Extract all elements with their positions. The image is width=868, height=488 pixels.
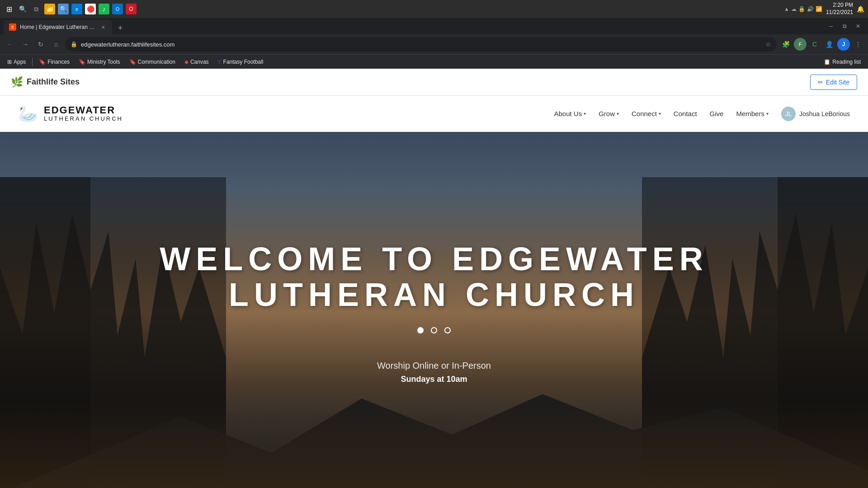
hero-time-text: Sundays at 10am (160, 375, 708, 384)
user-avatar: JL (781, 107, 796, 121)
edge-icon[interactable]: e (71, 4, 82, 14)
bookmark-finances-label: Finances (47, 59, 70, 65)
bookmark-star-icon[interactable]: ☆ (765, 41, 771, 48)
hero-title: WELCOME TO EDGEWATER LUTHERAN CHURCH (160, 241, 708, 313)
hero-content: WELCOME TO EDGEWATER LUTHERAN CHURCH Wor… (160, 241, 708, 384)
faithlife-logo: 🌿 Faithlife Sites (11, 76, 80, 88)
hero-title-line1: WELCOME TO EDGEWATER (160, 241, 708, 277)
bookmark-ministry-tools[interactable]: 🔖 Ministry Tools (75, 57, 123, 66)
faithlife-ext-icon[interactable]: F (794, 38, 807, 51)
active-tab[interactable]: E Home | Edgewater Lutheran Chu... ✕ (4, 20, 112, 34)
opera-icon[interactable]: O (126, 4, 137, 14)
bookmark-fantasy-football[interactable]: Y Fantasy Football (214, 57, 267, 66)
edit-site-button[interactable]: ✏ Edit Site (810, 75, 857, 90)
profile-button[interactable]: J (837, 38, 850, 51)
user-profile-nav[interactable]: JL Joshua LeBorious (781, 107, 850, 121)
window-minimize[interactable]: ─ (825, 20, 837, 33)
members-dropdown-arrow-icon: ▾ (766, 111, 769, 116)
user-ext-icon[interactable]: 👤 (823, 38, 835, 51)
taskbar-left: ⊞ 🔍 ⧉ 📁 🔍 e 🔴 ♪ O O (4, 4, 137, 14)
window-close[interactable]: ✕ (852, 20, 864, 33)
reading-list-label: Reading list (832, 59, 861, 65)
back-button[interactable]: ← (4, 38, 16, 51)
file-explorer-icon[interactable]: 📁 (44, 4, 55, 14)
bookmark-fantasy-label: Fantasy Football (223, 59, 264, 65)
hero-bottom-overlay (0, 403, 868, 488)
tray-icon-2: ☁ (791, 6, 797, 12)
tray-icon-4: 🔊 (807, 6, 814, 12)
church-logo: 🦢 EDGEWATER LUTHERAN CHURCH (18, 104, 123, 123)
tab-spacer (127, 18, 825, 34)
church-name-line1: EDGEWATER (44, 105, 123, 115)
carousel-dot-2[interactable] (431, 327, 437, 333)
date-display: 11/22/2021 (826, 9, 853, 16)
extensions-icon[interactable]: 🧩 (779, 38, 792, 51)
forward-button[interactable]: → (19, 38, 32, 51)
windows-icon[interactable]: ⊞ (4, 4, 14, 14)
tray-icon-3: 🔒 (798, 6, 805, 12)
nav-contact[interactable]: Contact (674, 110, 697, 117)
chrome-icon[interactable]: 🔴 (85, 4, 96, 14)
connect-dropdown-arrow-icon: ▾ (659, 111, 661, 116)
church-logo-icon: 🦢 (18, 104, 38, 123)
nav-members[interactable]: Members ▾ (736, 110, 769, 117)
bookmarks-bar: ⊞ Apps 🔖 Finances 🔖 Ministry Tools 🔖 Com… (0, 54, 868, 69)
window-controls: ─ ⧉ ✕ (825, 20, 864, 34)
nav-connect[interactable]: Connect ▾ (632, 110, 661, 117)
search-app-icon[interactable]: 🔍 (58, 4, 69, 14)
home-button[interactable]: ⌂ (50, 38, 62, 51)
nav-give[interactable]: Give (710, 110, 724, 117)
network-icon: 📶 (816, 6, 822, 12)
reload-button[interactable]: ↻ (34, 38, 47, 51)
faithlife-header: 🌿 Faithlife Sites ✏ Edit Site (0, 69, 868, 96)
nav-contact-label: Contact (674, 110, 697, 117)
nav-members-label: Members (736, 110, 764, 117)
tab-title: Home | Edgewater Lutheran Chu... (20, 24, 96, 30)
faithlife-logo-text: Faithlife Sites (27, 77, 80, 87)
hero-section: WELCOME TO EDGEWATER LUTHERAN CHURCH Wor… (0, 132, 868, 488)
bookmark-finances[interactable]: 🔖 Finances (35, 57, 73, 66)
address-bar[interactable]: 🔒 edgewaterlutheran.faithlifesites.com ☆ (65, 37, 777, 52)
hero-subtitle: Worship Online or In-Person (160, 361, 708, 371)
security-lock-icon: 🔒 (71, 41, 77, 47)
nav-grow[interactable]: Grow ▾ (599, 110, 619, 117)
bookmark-canvas[interactable]: ◆ Canvas (181, 57, 212, 66)
fantasy-bookmark-icon: Y (218, 59, 222, 65)
address-bar-row: ← → ↻ ⌂ 🔒 edgewaterlutheran.faithlifesit… (0, 34, 868, 54)
carousel-dot-3[interactable] (444, 327, 451, 333)
bookmark-communication[interactable]: 🔖 Communication (126, 57, 179, 66)
settings-button[interactable]: ⋮ (852, 38, 864, 51)
new-tab-button[interactable]: + (114, 22, 127, 34)
notification-icon[interactable]: 🔔 (857, 5, 864, 13)
spotify-icon[interactable]: ♪ (99, 4, 109, 14)
reading-list-button[interactable]: 📋 Reading list (820, 57, 864, 66)
chrome-ext-icon[interactable]: C (808, 38, 821, 51)
clock: 2:20 PM 11/22/2021 (826, 2, 853, 16)
nav-grow-label: Grow (599, 110, 615, 117)
ministry-bookmark-icon: 🔖 (79, 59, 85, 65)
church-name-line2: LUTHERAN CHURCH (44, 115, 123, 122)
search-icon[interactable]: 🔍 (17, 4, 28, 14)
church-logo-text: EDGEWATER LUTHERAN CHURCH (44, 105, 123, 122)
carousel-dot-1[interactable] (417, 327, 424, 333)
taskview-icon[interactable]: ⧉ (31, 4, 42, 14)
tab-close-button[interactable]: ✕ (99, 23, 107, 31)
bookmark-ministry-label: Ministry Tools (87, 59, 120, 65)
tray-icon-1: ▲ (784, 6, 789, 12)
edit-site-label: Edit Site (826, 79, 849, 86)
user-name: Joshua LeBorious (799, 110, 850, 117)
hero-carousel-dots (160, 327, 708, 333)
browser-chrome: E Home | Edgewater Lutheran Chu... ✕ + ─… (0, 18, 868, 69)
window-restore[interactable]: ⧉ (838, 20, 851, 33)
browser-actions: 🧩 F C 👤 J ⋮ (779, 38, 864, 51)
comm-bookmark-icon: 🔖 (129, 59, 136, 65)
taskbar-right: ▲ ☁ 🔒 🔊 📶 2:20 PM 11/22/2021 🔔 (784, 2, 864, 16)
tab-bar: E Home | Edgewater Lutheran Chu... ✕ + ─… (0, 18, 868, 34)
about-dropdown-arrow-icon: ▾ (584, 111, 586, 116)
reading-list-icon: 📋 (824, 59, 830, 65)
bookmark-comm-label: Communication (138, 59, 175, 65)
church-navigation: 🦢 EDGEWATER LUTHERAN CHURCH About Us ▾ G… (0, 96, 868, 132)
bookmark-apps[interactable]: ⊞ Apps (4, 57, 29, 66)
nav-about-us[interactable]: About Us ▾ (554, 110, 586, 117)
outlook-icon[interactable]: O (112, 4, 123, 14)
